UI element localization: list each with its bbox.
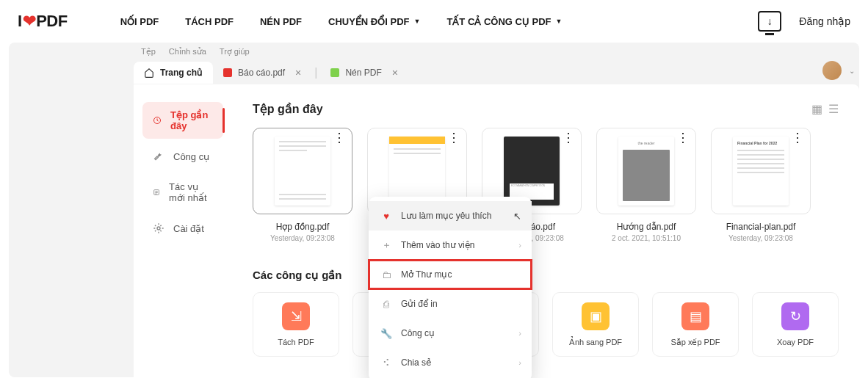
avatar[interactable] (822, 61, 842, 80)
tool-organize[interactable]: ▤Sắp xếp PDF (652, 292, 739, 357)
grid-view-icon[interactable]: ▦ (811, 102, 822, 116)
gear-icon (153, 222, 164, 234)
pdf-icon (223, 68, 232, 77)
list-view-icon[interactable]: ☰ (828, 102, 839, 116)
print-icon: ⎙ (380, 298, 392, 310)
file-thumbnail (389, 137, 445, 206)
chevron-right-icon: › (518, 241, 521, 250)
compress-icon (330, 68, 339, 77)
file-meta: 2 oct. 2021, 10:51:10 (596, 234, 696, 242)
sidebar-item-settings[interactable]: Cài đặt (142, 215, 223, 241)
nav-links: NỐI PDF TÁCH PDF NÉN PDF CHUYỂN ĐỔI PDF▼… (120, 16, 563, 27)
clock-icon (153, 115, 162, 126)
file-name: Hợp đồng.pdf (253, 222, 352, 232)
ctx-favorite[interactable]: ♥ Lưu làm mục yêu thích ↖ (369, 201, 532, 230)
more-icon[interactable]: ⋯ (339, 131, 341, 143)
login-link[interactable]: Đăng nhập (799, 15, 850, 27)
nav-merge[interactable]: NỐI PDF (120, 16, 159, 27)
image-icon: ▣ (582, 302, 610, 330)
file-grid: ⋯ Hợp đồng.pdf Yesterday, 09:23:08 ⋯ (253, 128, 839, 242)
more-icon[interactable]: ⋯ (682, 131, 685, 143)
section-title: Tệp gần đây (253, 102, 323, 116)
top-nav: I ❤ PDF NỐI PDF TÁCH PDF NÉN PDF CHUYỂN … (0, 0, 868, 43)
download-icon[interactable]: ↓ (758, 11, 781, 32)
tool-grid: ⇲Tách PDF ⇱Nối PDF ↓Nén PDF ▣Ảnh sang PD… (253, 292, 839, 357)
file-thumbnail: ECO MARATHON COMPETITION (504, 137, 560, 206)
chevron-down-icon: ⌄ (849, 67, 855, 75)
ctx-open-folder[interactable]: 🗀 Mở Thư mục (369, 260, 532, 289)
menubar: Tệp Chỉnh sửa Trợ giúp (9, 46, 859, 61)
file-meta: Yesterday, 09:23:08 (711, 234, 811, 242)
rotate-icon: ↻ (781, 302, 809, 330)
main-content: Tệp gần đây ▦ ☰ ⋯ Hợp đồng.pdf Yesterday… (232, 84, 859, 378)
file-name: Financial-plan.pdf (711, 222, 811, 232)
file-card[interactable]: ⋯ Hợp đồng.pdf Yesterday, 09:23:08 (253, 128, 352, 242)
more-icon[interactable]: ⋯ (453, 131, 456, 143)
more-icon[interactable]: ⋯ (797, 131, 800, 143)
ctx-tools[interactable]: 🔧 Công cụ › (369, 319, 532, 348)
wrench-icon (153, 150, 164, 162)
file-thumbnail: the reader (618, 137, 674, 206)
context-menu: ♥ Lưu làm mục yêu thích ↖ ＋ Thêm vào thư… (369, 197, 532, 378)
home-icon (144, 68, 154, 78)
app-frame: Tệp Chỉnh sửa Trợ giúp Trang chủ Báo cáo… (9, 43, 859, 377)
nav-right: ↓ Đăng nhập (758, 11, 850, 32)
plus-icon: ＋ (380, 239, 392, 251)
cursor-icon: ↖ (513, 211, 521, 222)
share-icon: ⠪ (380, 357, 392, 368)
heart-icon: ♥ (380, 210, 392, 222)
tool-img2pdf[interactable]: ▣Ảnh sang PDF (552, 292, 639, 357)
sidebar: Tệp gần đây Công cụ Tác vụ mới nhất Cài … (134, 84, 232, 378)
ctx-add-library[interactable]: ＋ Thêm vào thư viện › (369, 230, 532, 260)
menu-file[interactable]: Tệp (141, 47, 156, 57)
wrench-icon: 🔧 (380, 327, 392, 339)
file-name: Hướng dẫn.pdf (596, 222, 696, 232)
sidebar-item-tools[interactable]: Công cụ (142, 143, 223, 170)
more-icon[interactable]: ⋯ (568, 131, 571, 143)
sidebar-item-label: Cài đặt (173, 223, 204, 234)
logo-text-post: PDF (36, 12, 68, 31)
organize-icon: ▤ (681, 302, 709, 330)
nav-convert[interactable]: CHUYỂN ĐỔI PDF▼ (328, 16, 420, 27)
chevron-down-icon: ▼ (556, 18, 563, 25)
view-toggle: ▦ ☰ (811, 102, 839, 116)
nav-all-tools[interactable]: TẤT CẢ CÔNG CỤ PDF▼ (446, 16, 562, 27)
chevron-right-icon: › (518, 329, 521, 338)
menu-edit[interactable]: Chỉnh sửa (169, 47, 206, 57)
file-card[interactable]: ⋯ Financial Plan for 2022 Financial-plan… (711, 128, 811, 242)
logo[interactable]: I ❤ PDF (18, 12, 68, 31)
svg-point-2 (157, 227, 160, 230)
tabbar: Trang chủ Báo cáo.pdf × | Nén PDF × ⌄ (9, 61, 859, 84)
file-thumbnail (275, 137, 330, 206)
close-icon[interactable]: × (295, 67, 301, 79)
split-icon: ⇲ (282, 302, 310, 330)
logo-text-pre: I (18, 12, 22, 31)
folder-icon: 🗀 (380, 269, 392, 280)
tab-compress[interactable]: Nén PDF × (320, 61, 408, 84)
sidebar-item-label: Công cụ (173, 151, 209, 162)
ctx-share[interactable]: ⠪ Chia sẻ › (369, 348, 532, 377)
sidebar-item-label: Tệp gần đây (170, 109, 213, 131)
tab-home[interactable]: Trang chủ (134, 62, 213, 84)
nav-split[interactable]: TÁCH PDF (185, 16, 234, 27)
sidebar-item-tasks[interactable]: Tác vụ mới nhất (142, 174, 223, 211)
menu-help[interactable]: Trợ giúp (220, 47, 250, 57)
tools-title: Các công cụ gần (253, 269, 839, 282)
chevron-down-icon: ▼ (413, 18, 420, 25)
close-icon[interactable]: × (392, 67, 398, 79)
ctx-print[interactable]: ⎙ Gửi để in (369, 289, 532, 319)
sidebar-item-recent[interactable]: Tệp gần đây (142, 102, 223, 139)
tool-split[interactable]: ⇲Tách PDF (253, 292, 339, 357)
heart-icon: ❤ (23, 12, 36, 31)
file-card[interactable]: ⋯ the reader Hướng dẫn.pdf 2 oct. 2021, … (596, 128, 696, 242)
nav-compress[interactable]: NÉN PDF (260, 16, 302, 27)
tool-rotate[interactable]: ↻Xoay PDF (752, 292, 839, 357)
sidebar-item-label: Tác vụ mới nhất (169, 181, 213, 203)
file-thumbnail: Financial Plan for 2022 (733, 137, 789, 206)
list-icon (153, 186, 160, 198)
tab-document-1[interactable]: Báo cáo.pdf × (213, 61, 311, 84)
chevron-right-icon: › (518, 358, 521, 367)
file-meta: Yesterday, 09:23:08 (253, 234, 352, 242)
